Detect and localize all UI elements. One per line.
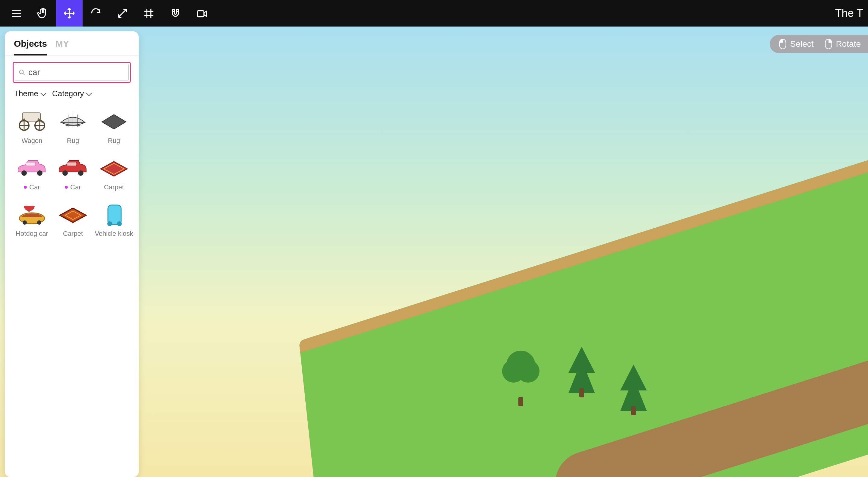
svg-point-1 [20,70,24,74]
object-label: Car [24,183,40,191]
camera-icon [196,7,208,19]
search-input[interactable] [28,67,136,77]
rotate-hint-label: Rotate [836,39,861,49]
top-toolbar: The T [0,0,868,27]
object-label: Carpet [104,183,124,191]
select-hint-label: Select [790,39,814,49]
object-label: Hotdog car [16,230,48,238]
object-thumbnail [55,104,91,134]
object-item[interactable]: Carpet [54,197,92,238]
view-hint-pill: Select Rotate [770,35,868,53]
menu-button[interactable] [3,0,30,27]
theme-filter-label: Theme [14,89,38,98]
grid-icon [143,7,155,19]
object-item[interactable]: Car [54,150,92,191]
status-dot-icon [65,186,68,189]
object-item[interactable]: Hotdog car [13,197,51,238]
object-item[interactable]: Car [13,150,51,191]
search-highlight-frame [13,62,131,83]
tab-my[interactable]: MY [56,38,69,56]
objects-panel: Objects MY Theme Category [5,31,138,477]
object-item[interactable]: Carpet [95,150,133,191]
tab-objects[interactable]: Objects [14,38,47,56]
panel-tabs: Objects MY [5,31,138,56]
magnet-snap-button[interactable] [162,0,189,27]
rotate-hint: Rotate [825,39,861,49]
object-item[interactable]: Rug [95,104,133,145]
select-hint: Select [779,39,814,49]
object-thumbnail [55,197,91,227]
move-icon [63,7,75,19]
search-icon [19,69,25,76]
scale-icon [116,7,128,19]
hand-icon [37,7,49,19]
object-thumbnail [14,104,50,134]
chevron-down-icon [40,90,46,96]
object-label: Vehicle kiosk [95,230,133,238]
viewport-canvas[interactable]: Select Rotate Objects MY Th [0,27,868,477]
chevron-down-icon [86,90,92,96]
category-filter-label: Category [52,89,84,98]
object-label: Carpet [63,230,83,238]
object-label: Rug [67,137,79,145]
status-dot-icon [24,186,27,189]
camera-button[interactable] [189,0,215,27]
search-field [15,64,129,81]
object-thumbnail [96,104,132,134]
scale-tool-button[interactable] [109,0,135,27]
svg-rect-0 [197,11,204,17]
object-item[interactable]: Rug [54,104,92,145]
object-thumbnail [14,197,50,227]
object-grid: WagonRugRugCarCarCarpetHotdog carCarpetV… [13,104,133,238]
object-item[interactable]: Wagon [13,104,51,145]
pan-tool-button[interactable] [30,0,56,27]
hamburger-icon [10,7,22,19]
object-grid-scroll[interactable]: WagonRugRugCarCarCarpetHotdog carCarpetV… [5,101,138,477]
object-thumbnail [96,150,132,180]
object-label: Wagon [22,137,42,145]
mouse-right-icon [825,39,832,49]
grid-snap-button[interactable] [135,0,162,27]
rotate-tool-button[interactable] [83,0,109,27]
rotate-icon [90,7,102,19]
object-label: Car [65,183,81,191]
theme-filter[interactable]: Theme [14,89,45,98]
object-thumbnail [14,150,50,180]
magnet-icon [169,7,181,19]
mouse-left-icon [779,39,786,49]
object-thumbnail [96,197,132,227]
project-title: The T [835,7,865,20]
object-item[interactable]: Vehicle kiosk [95,197,133,238]
object-label: Rug [108,137,120,145]
category-filter[interactable]: Category [52,89,91,98]
filter-row: Theme Category [5,83,138,101]
move-tool-button[interactable] [56,0,83,27]
object-thumbnail [55,150,91,180]
